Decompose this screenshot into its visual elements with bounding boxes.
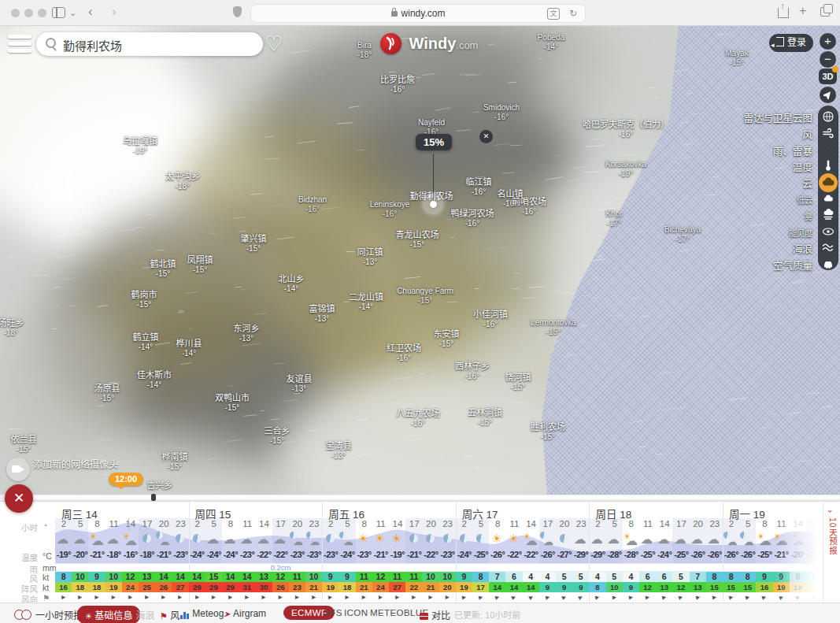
hour-cell[interactable]: 17	[405, 519, 423, 528]
tab-overview-icon[interactable]	[820, 7, 830, 17]
hour-cell[interactable]: 20	[556, 519, 573, 528]
windy-logo[interactable]: Windy.com	[380, 33, 478, 54]
hour-cell[interactable]: 11	[639, 519, 657, 528]
layer-label[interactable]: 雨、雷暴	[773, 143, 812, 158]
hour-cell[interactable]: 2	[456, 519, 473, 528]
hour-cell[interactable]: 5	[739, 519, 757, 528]
hour-cell[interactable]: 8	[88, 519, 105, 528]
chevron-down-icon[interactable]: ⌄	[69, 7, 76, 19]
layer-visibility-icon[interactable]	[818, 225, 838, 242]
hour-cell[interactable]: 14	[656, 519, 673, 528]
translate-icon[interactable]: 文	[547, 8, 560, 20]
hour-cell[interactable]: 23	[305, 519, 323, 528]
hour-cell[interactable]: 17	[139, 519, 156, 528]
model-gfs-button[interactable]: GFS	[323, 608, 342, 617]
hour-cell[interactable]: 11	[239, 519, 256, 528]
weather-map[interactable]: 比罗比詹-16°Nayfeld-16°Smidovich-16°Pobeda-1…	[0, 25, 840, 495]
layer-cloud-icon[interactable]	[818, 176, 838, 192]
menu-button[interactable]	[8, 35, 31, 56]
timeline-seek-strip[interactable]	[0, 495, 840, 501]
hour-cell[interactable]: 8	[222, 519, 239, 528]
hour-cell[interactable]: 11	[372, 519, 390, 528]
layer-label[interactable]: 温度	[793, 159, 812, 174]
model-icon-button[interactable]: ICON	[344, 608, 368, 617]
new-tab-icon[interactable]: +	[799, 5, 806, 17]
hour-cell[interactable]: 2	[322, 519, 339, 528]
hour-cell[interactable]: 2	[589, 519, 606, 528]
hour-cell[interactable]: 11	[505, 519, 523, 528]
location-marker[interactable]	[429, 200, 438, 209]
hour-cell[interactable]: 20	[422, 519, 439, 528]
wind-tab[interactable]: ⚑ 风	[160, 608, 179, 621]
hourly-forecast-label[interactable]: 一小时预报	[35, 608, 83, 621]
layer-air-quality-icon[interactable]	[818, 258, 838, 274]
compare-button[interactable]: 对比	[420, 608, 450, 621]
hour-cell[interactable]: 20	[289, 519, 306, 528]
timeline-time-badge[interactable]: 12:00	[109, 473, 143, 486]
tooltip-close-icon[interactable]: ✕	[479, 130, 493, 143]
share-icon[interactable]	[778, 8, 789, 18]
hour-cell[interactable]: 14	[122, 519, 139, 528]
airgram-tab[interactable]: ➤ Airgram	[224, 608, 266, 619]
hour-cell[interactable]: 23	[172, 519, 189, 528]
layer-waves-icon[interactable]	[818, 241, 838, 258]
hour-cell[interactable]: 5	[339, 519, 356, 528]
hour-cell[interactable]: 8	[356, 519, 373, 528]
timeline-playhead[interactable]	[151, 494, 156, 501]
hour-cell[interactable]: 23	[572, 519, 590, 528]
layer-label[interactable]: 雷达与卫星云图	[743, 110, 812, 125]
layer-rain-icon[interactable]	[818, 143, 838, 160]
zoom-in-button[interactable]: +	[820, 33, 836, 50]
webcam-button[interactable]	[6, 458, 30, 481]
layer-label[interactable]: 风	[802, 127, 812, 142]
layer-label[interactable]: 雾	[805, 210, 812, 222]
hour-cell[interactable]: 2	[55, 519, 72, 528]
hour-cell[interactable]: 17	[672, 519, 690, 528]
sidebar-toggle-icon[interactable]	[52, 7, 65, 18]
privacy-shield-icon[interactable]	[233, 6, 242, 17]
window-minimize-button[interactable]	[24, 9, 33, 17]
zoom-out-button[interactable]: −	[820, 51, 836, 68]
layer-fog-icon[interactable]	[818, 209, 838, 225]
hour-cell[interactable]: 11	[105, 519, 123, 528]
hour-cell[interactable]: 20	[690, 519, 707, 528]
hourly-toggle-icon[interactable]	[14, 610, 31, 619]
hour-cell[interactable]: 8	[623, 519, 640, 528]
favorite-heart-icon[interactable]: ♡	[265, 32, 283, 56]
hour-cell[interactable]: 14	[523, 519, 540, 528]
window-zoom-button[interactable]	[38, 9, 46, 17]
hour-cell[interactable]: 23	[706, 519, 723, 528]
layer-radar-icon[interactable]	[818, 110, 838, 127]
timeline-track[interactable]	[28, 495, 840, 499]
layer-label[interactable]: 空气质量	[773, 258, 812, 273]
forward-icon[interactable]: ›	[112, 6, 117, 17]
hour-cell[interactable]: 2	[189, 519, 206, 528]
hour-cell[interactable]: 5	[472, 519, 490, 528]
layer-low-cloud-icon[interactable]	[818, 192, 838, 209]
window-close-button[interactable]	[11, 9, 20, 17]
close-forecast-button[interactable]: ✕	[5, 484, 33, 513]
hour-cell[interactable]: 20	[155, 519, 172, 528]
layer-label[interactable]: 能见度	[789, 227, 812, 239]
address-bar[interactable]: windy.com 文 ↻	[250, 4, 586, 23]
hour-cell[interactable]: 17	[539, 519, 557, 528]
hour-cell[interactable]: 23	[439, 519, 457, 528]
search-box[interactable]	[36, 32, 263, 56]
login-button[interactable]: 登录	[769, 34, 813, 52]
back-icon[interactable]: ‹	[88, 6, 93, 17]
hour-cell[interactable]: 8	[489, 519, 506, 528]
reload-icon[interactable]: ↻	[569, 8, 577, 20]
meteogram-tab[interactable]: Meteog.	[180, 608, 227, 619]
layer-label[interactable]: 云	[802, 176, 812, 191]
layer-wind-icon[interactable]	[818, 127, 838, 143]
ten-day-forecast-button[interactable]: › 10天预报	[823, 502, 840, 603]
locate-me-button[interactable]	[820, 87, 836, 103]
layer-label[interactable]: 海浪	[793, 241, 812, 256]
hour-cell[interactable]: 5	[72, 519, 89, 528]
hour-cell[interactable]: 2	[723, 519, 740, 528]
hour-cell[interactable]: 5	[205, 519, 223, 528]
waves-tab[interactable]: ≋ 海浪	[126, 608, 155, 621]
search-input[interactable]	[61, 32, 253, 57]
hour-cell[interactable]: 5	[606, 519, 624, 528]
hour-cell[interactable]: 8	[756, 519, 773, 528]
